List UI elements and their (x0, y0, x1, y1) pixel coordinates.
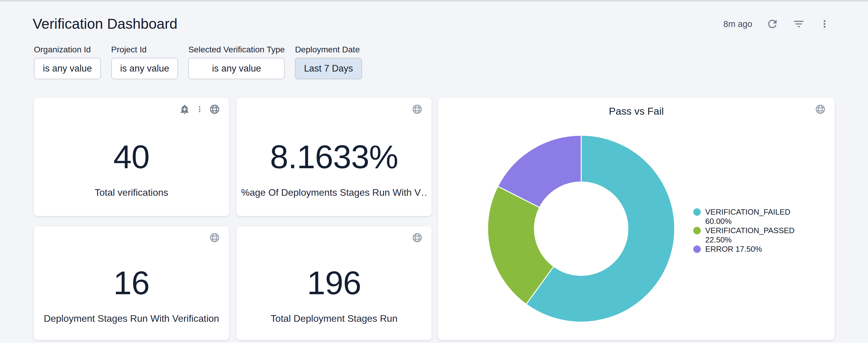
tile-value: 8.1633% (270, 140, 398, 174)
tile-label: Total Deployment Stages Run (271, 313, 397, 324)
header-actions: 8m ago (723, 18, 830, 31)
legend-dot (693, 208, 701, 216)
filter-icon[interactable] (793, 18, 805, 30)
tile-content: 196 Total Deployment Stages Run (237, 226, 432, 340)
legend-item-error[interactable]: ERROR 17.50% (693, 244, 819, 254)
legend-label: VERIFICATION_PASSED 22.50% (705, 226, 810, 244)
filter-verification-type: Selected Verification Type is any value (188, 44, 285, 79)
filter-project-id: Project Id is any value (111, 44, 178, 79)
filter-label: Deployment Date (295, 44, 362, 55)
legend-item-verification_failed[interactable]: VERIFICATION_FAILED 60.00% (693, 207, 819, 226)
more-vert-icon[interactable] (819, 18, 830, 30)
last-refresh-timestamp: 8m ago (723, 19, 752, 29)
tile-value: 16 (113, 266, 149, 300)
legend-item-verification_passed[interactable]: VERIFICATION_PASSED 22.50% (693, 226, 819, 244)
tile-label: %age Of Deployments Stages Run With V… (241, 187, 427, 198)
legend-dot (693, 227, 701, 234)
tile-label: Deployment Stages Run With Verification (44, 313, 219, 324)
tile-content: 16 Deployment Stages Run With Verificati… (34, 226, 229, 340)
pass-vs-fail-chart-card: Pass vs Fail VERIFICATION_FAILED 60.00%V… (438, 98, 835, 340)
filter-deployment-date: Deployment Date Last 7 Days (295, 44, 362, 79)
top-window-strip (0, 0, 868, 1)
filter-value-button[interactable]: is any value (111, 58, 178, 79)
globe-icon[interactable] (209, 104, 220, 115)
tile-content: 8.1633% %age Of Deployments Stages Run W… (237, 98, 432, 216)
globe-icon[interactable] (815, 104, 826, 115)
tile-value: 196 (307, 266, 361, 300)
chart-title: Pass vs Fail (438, 105, 835, 117)
page-title: Verification Dashboard (33, 15, 178, 32)
legend-dot (693, 245, 701, 253)
add-alert-icon[interactable] (179, 104, 190, 115)
legend-label: ERROR 17.50% (705, 244, 810, 254)
filter-label: Project Id (111, 44, 178, 55)
globe-icon[interactable] (412, 232, 423, 243)
tile-stages-run-with-verification: 16 Deployment Stages Run With Verificati… (34, 226, 229, 340)
legend-label: VERIFICATION_FAILED 60.00% (705, 207, 810, 226)
chart-legend: VERIFICATION_FAILED 60.00%VERIFICATION_P… (693, 207, 819, 254)
more-vert-icon[interactable] (195, 105, 204, 114)
filter-value-button[interactable]: is any value (34, 58, 101, 79)
tile-label: Total verifications (95, 187, 168, 198)
refresh-icon[interactable] (766, 18, 779, 30)
filter-value-button[interactable]: Last 7 Days (295, 58, 362, 79)
globe-icon[interactable] (209, 232, 220, 243)
tile-content: 40 Total verifications (34, 98, 229, 216)
tile-total-stages-run: 196 Total Deployment Stages Run (237, 226, 432, 340)
filter-organization-id: Organization Id is any value (34, 44, 101, 79)
donut-chart (487, 134, 676, 323)
globe-icon[interactable] (412, 104, 423, 115)
tile-total-verifications: 40 Total verifications (34, 98, 229, 216)
tile-value: 40 (113, 140, 149, 174)
filter-label: Organization Id (34, 44, 101, 55)
filter-bar: Organization Id is any value Project Id … (34, 44, 362, 79)
filter-value-button[interactable]: is any value (188, 58, 285, 79)
tile-percent-stages-with-verification: 8.1633% %age Of Deployments Stages Run W… (237, 98, 432, 216)
filter-label: Selected Verification Type (188, 44, 285, 55)
